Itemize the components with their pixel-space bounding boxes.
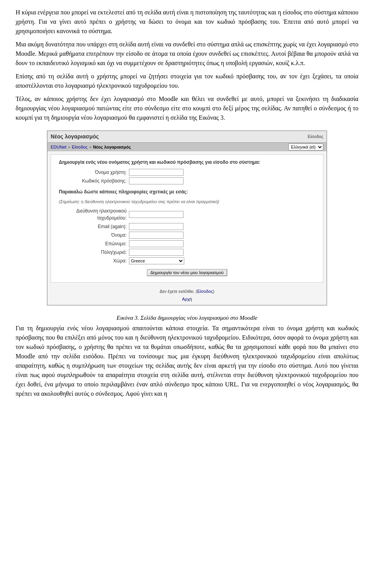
city-label: Πόλη/χωριό: — [59, 249, 129, 256]
city-row: Πόλη/χωριό: — [59, 249, 315, 256]
email-again-input[interactable] — [129, 223, 183, 230]
firstname-row: Όνομα: — [59, 232, 315, 239]
username-label: Όνομα χρήστη: — [59, 169, 129, 176]
email-again-label: Email (again): — [59, 223, 129, 230]
footer-home-link[interactable]: Αρχή — [55, 296, 319, 303]
username-row: Όνομα χρήστη: — [59, 169, 315, 176]
paragraph-2: Μια ακόμη δυνατότητα που υπάρχει στη σελ… — [16, 40, 358, 68]
password-label: Κωδικός πρόσβασης: — [59, 177, 129, 184]
username-input[interactable] — [129, 169, 183, 176]
language-select[interactable]: Ελληνικά (el) — [288, 143, 323, 151]
moodle-header: Νέος λογαριασμός Είσοδος — [48, 131, 326, 143]
lang-selector-container: Ελληνικά (el) — [288, 143, 323, 151]
paragraph-1: Η κύρια ενέργεια που μπορεί να εκτελεστε… — [16, 8, 358, 36]
window-title: Νέος λογαριασμός — [51, 133, 99, 141]
moodle-window: Νέος λογαριασμός Είσοδος EDUNet » Είσοδο… — [47, 131, 327, 305]
moodle-form-body: Δημιουργία ενός νέου ονόματος χρήστη και… — [51, 154, 323, 283]
header-login-link[interactable]: Είσοδος — [308, 133, 323, 140]
section-2-note: (Σημείωση: η διεύθυνση ηλεκτρονικού ταχυ… — [59, 198, 315, 205]
country-row: Χώρα: Greece — [59, 257, 315, 264]
email-row: Διεύθυνση ηλεκτρονικού ταχυδρομείου: — [59, 207, 315, 221]
lastname-row: Επώνυμο: — [59, 240, 315, 247]
footer-text2: ) — [213, 289, 215, 294]
lastname-label: Επώνυμο: — [59, 240, 129, 247]
email-label: Διεύθυνση ηλεκτρονικού ταχυδρομείου: — [59, 207, 129, 221]
form-section-2-title: Παρακαλώ δώστε κάποιες πληροφορίες σχετι… — [59, 188, 315, 195]
country-label: Χώρα: — [59, 257, 129, 264]
lastname-input[interactable] — [129, 240, 183, 247]
footer-text: Δεν έχετε εισέλθει. ( — [160, 289, 197, 294]
password-input[interactable] — [129, 177, 183, 184]
breadcrumb-nav: EDUNet » Είσοδος » Νέος λογαριασμός Ελλη… — [48, 143, 326, 151]
section-divider: Παρακαλώ δώστε κάποιες πληροφορίες σχετι… — [59, 188, 315, 205]
create-account-button[interactable]: Δημιουργία του νέου μου λογαριασμού — [147, 269, 227, 276]
password-row: Κωδικός πρόσβασης: — [59, 177, 315, 184]
form-section-1-title: Δημιουργία ενός νέου ονόματος χρήστη και… — [59, 159, 315, 166]
nav-current: Νέος λογαριασμός — [93, 144, 131, 151]
paragraph-5: Για τη δημιουργία ενός νέου λογαριασμού … — [16, 324, 358, 398]
city-input[interactable] — [129, 249, 183, 256]
nav-arrow-2: » — [89, 144, 92, 151]
figure-3: Νέος λογαριασμός Είσοδος EDUNet » Είσοδο… — [47, 130, 327, 306]
email-input[interactable] — [129, 211, 183, 218]
nav-arrow-1: » — [68, 144, 70, 151]
firstname-label: Όνομα: — [59, 232, 129, 239]
nav-eisodos[interactable]: Είσοδος — [72, 144, 87, 151]
email-again-row: Email (again): — [59, 223, 315, 230]
nav-edunet[interactable]: EDUNet — [51, 144, 66, 151]
paragraph-3: Επίσης από τη σελίδα αυτή ο χρήστης μπορ… — [16, 72, 358, 90]
country-select[interactable]: Greece — [129, 257, 184, 264]
paragraph-4: Τέλος, αν κάποιος χρήστης δεν έχει λογαρ… — [16, 94, 358, 122]
footer-login-link[interactable]: Είσοδος — [197, 289, 213, 294]
moodle-footer: Δεν έχετε εισέλθει. (Είσοδος) Αρχή — [48, 286, 326, 305]
figure-caption-3: Εικόνα 3. Σελίδα δημιουργίας νέου λογαρι… — [16, 313, 358, 322]
submit-row: Δημιουργία του νέου μου λογαριασμού — [59, 269, 315, 276]
firstname-input[interactable] — [129, 232, 183, 239]
